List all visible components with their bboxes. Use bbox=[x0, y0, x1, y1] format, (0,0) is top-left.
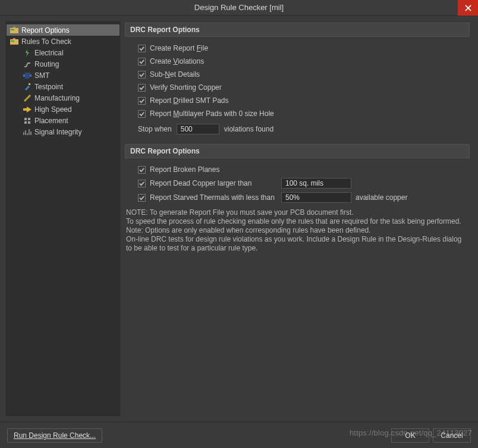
starved-suffix: available copper bbox=[356, 193, 407, 202]
high-speed-icon bbox=[23, 105, 32, 114]
checkbox-subnet-details[interactable] bbox=[138, 71, 146, 79]
folder-icon bbox=[10, 37, 18, 46]
manufacturing-icon bbox=[23, 94, 32, 102]
svg-rect-12 bbox=[28, 121, 30, 124]
electrical-icon bbox=[23, 49, 32, 57]
sidebar-item-manufacturing[interactable]: Manufacturing bbox=[7, 92, 120, 104]
content-panel: DRC Report Options Create Report File Cr… bbox=[125, 21, 472, 416]
starved-thermals-input[interactable] bbox=[281, 192, 351, 203]
label-create-report-file: Create Report File bbox=[150, 44, 208, 52]
svg-rect-8 bbox=[29, 83, 30, 85]
svg-rect-7 bbox=[25, 73, 30, 79]
signal-integrity-icon bbox=[23, 128, 32, 136]
stop-when-suffix: violations found bbox=[224, 125, 273, 133]
folder-icon bbox=[10, 26, 18, 35]
checkbox-report-drilled[interactable] bbox=[138, 97, 146, 105]
svg-rect-2 bbox=[10, 28, 18, 33]
sidebar-item-label: High Speed bbox=[34, 105, 72, 114]
label-report-multilayer: Report Multilayer Pads with 0 size Hole bbox=[150, 109, 274, 118]
sidebar: Report Options Rules To Check Electrical… bbox=[6, 21, 120, 416]
section-header-2: DRC Report Options bbox=[125, 144, 470, 158]
sidebar-item-placement[interactable]: Placement bbox=[7, 115, 120, 126]
stop-when-label: Stop when bbox=[138, 125, 172, 133]
checkbox-dead-copper[interactable] bbox=[138, 180, 146, 187]
label-broken-planes: Report Broken Planes bbox=[150, 165, 219, 174]
sidebar-item-label: Placement bbox=[34, 117, 68, 125]
close-button[interactable] bbox=[458, 0, 478, 15]
checkbox-report-multilayer[interactable] bbox=[138, 110, 146, 118]
note-text: NOTE: To generate Report File you must s… bbox=[125, 205, 470, 253]
sidebar-item-rules-to-check[interactable]: Rules To Check bbox=[7, 36, 120, 47]
label-starved-thermals: Report Starved Thermals with less than bbox=[150, 193, 277, 202]
svg-rect-3 bbox=[11, 29, 14, 30]
dialog-footer: Run Design Rule Check... OK Cancel bbox=[0, 422, 478, 448]
sidebar-item-label: Rules To Check bbox=[21, 37, 71, 46]
sidebar-item-label: Electrical bbox=[34, 49, 64, 57]
label-verify-shorting: Verify Shorting Copper bbox=[150, 83, 222, 92]
cancel-button[interactable]: Cancel bbox=[433, 428, 471, 443]
run-design-rule-check-button[interactable]: Run Design Rule Check... bbox=[7, 428, 102, 443]
sidebar-item-label: Manufacturing bbox=[34, 94, 80, 102]
close-icon bbox=[465, 5, 471, 11]
sidebar-item-smt[interactable]: SMT bbox=[7, 70, 120, 81]
section-header-1: DRC Report Options bbox=[125, 23, 470, 37]
label-subnet-details: Sub-Net Details bbox=[150, 70, 200, 79]
svg-rect-9 bbox=[24, 118, 27, 120]
sidebar-item-testpoint[interactable]: Testpoint bbox=[7, 81, 120, 92]
svg-rect-5 bbox=[11, 40, 14, 42]
ok-button[interactable]: OK bbox=[391, 428, 429, 443]
sidebar-item-report-options[interactable]: Report Options bbox=[7, 24, 120, 36]
label-dead-copper: Report Dead Copper larger than bbox=[150, 179, 277, 187]
checkbox-verify-shorting[interactable] bbox=[138, 84, 146, 92]
checkbox-create-report-file[interactable] bbox=[138, 45, 146, 52]
label-create-violations: Create Violations bbox=[150, 57, 204, 65]
sidebar-item-label: Report Options bbox=[21, 26, 70, 35]
sidebar-item-high-speed[interactable]: High Speed bbox=[7, 104, 120, 115]
title-bar: Design Rule Checker [mil] bbox=[0, 0, 478, 15]
sidebar-item-label: SMT bbox=[34, 71, 49, 80]
sidebar-item-routing[interactable]: Routing bbox=[7, 58, 120, 70]
sidebar-item-label: Testpoint bbox=[34, 83, 63, 91]
routing-icon bbox=[23, 60, 32, 68]
svg-rect-10 bbox=[28, 118, 30, 120]
checkbox-starved-thermals[interactable] bbox=[138, 194, 146, 202]
testpoint-icon bbox=[23, 83, 32, 91]
checkbox-broken-planes[interactable] bbox=[138, 166, 146, 174]
sidebar-item-electrical[interactable]: Electrical bbox=[7, 47, 120, 58]
label-report-drilled: Report Drilled SMT Pads bbox=[150, 96, 229, 105]
smt-icon bbox=[23, 71, 32, 80]
stop-when-input[interactable] bbox=[177, 124, 219, 134]
svg-rect-4 bbox=[10, 39, 18, 45]
placement-icon bbox=[23, 117, 32, 125]
dead-copper-input[interactable] bbox=[281, 178, 351, 189]
svg-rect-11 bbox=[24, 121, 27, 124]
window-title: Design Rule Checker [mil] bbox=[194, 3, 284, 12]
checkbox-create-violations[interactable] bbox=[138, 58, 146, 65]
sidebar-item-label: Routing bbox=[34, 60, 59, 68]
sidebar-item-label: Signal Integrity bbox=[34, 128, 81, 136]
sidebar-item-signal-integrity[interactable]: Signal Integrity bbox=[7, 126, 120, 137]
